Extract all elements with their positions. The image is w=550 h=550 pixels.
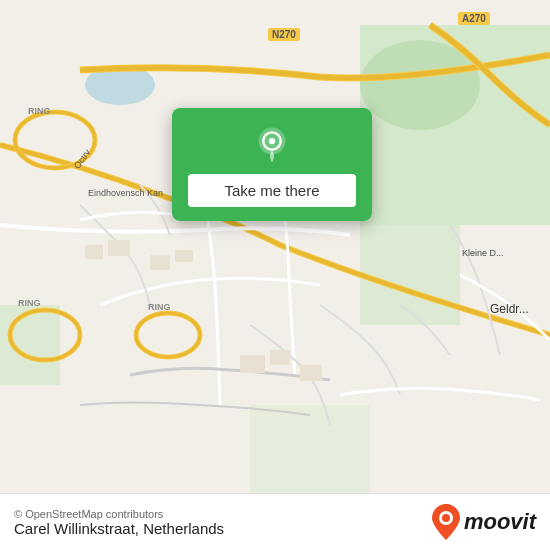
take-me-there-button[interactable]: Take me there: [188, 174, 356, 207]
svg-point-23: [442, 514, 450, 522]
svg-rect-17: [150, 255, 170, 270]
bottom-bar: © OpenStreetMap contributors Carel Willi…: [0, 493, 550, 550]
popup-card: Take me there: [172, 108, 372, 221]
svg-rect-18: [175, 250, 193, 262]
svg-rect-3: [0, 305, 60, 385]
svg-rect-16: [108, 240, 130, 256]
map-attribution: © OpenStreetMap contributors: [14, 508, 224, 520]
svg-rect-14: [300, 365, 322, 381]
popup-green-area: Take me there: [172, 108, 372, 221]
svg-rect-15: [85, 245, 103, 259]
svg-rect-1: [360, 225, 460, 325]
svg-point-21: [269, 138, 275, 144]
moovit-pin-icon: [432, 504, 460, 540]
location-pin-icon: [253, 126, 291, 164]
svg-rect-12: [240, 355, 265, 373]
svg-point-11: [136, 313, 200, 357]
bottom-left-info: © OpenStreetMap contributors Carel Willi…: [14, 508, 224, 537]
svg-rect-13: [270, 350, 290, 365]
moovit-brand-text: moovit: [464, 509, 536, 535]
location-name: Carel Willinkstraat, Netherlands: [14, 520, 224, 537]
moovit-logo: moovit: [432, 504, 536, 540]
map-container: RING RING RING N270 A270 Eindhovensch Ka…: [0, 0, 550, 550]
map-roads-svg: [0, 0, 550, 550]
